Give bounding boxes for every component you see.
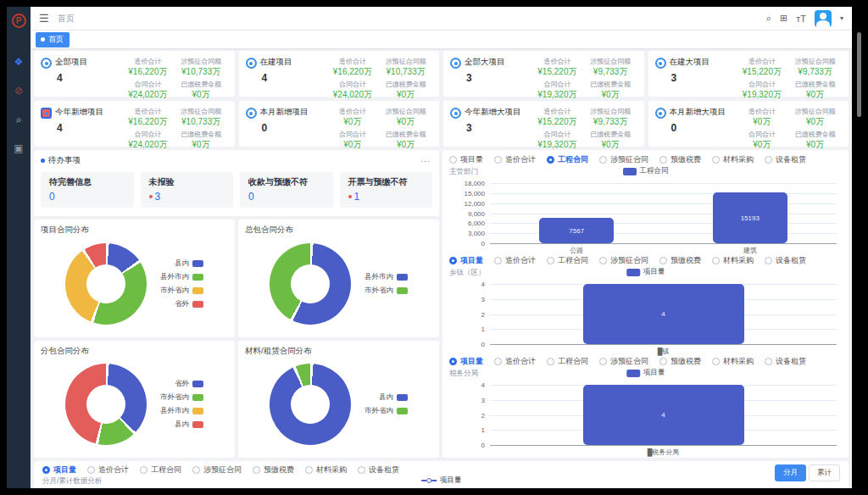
legend-item[interactable]: 市外省内 — [364, 286, 408, 296]
stat-card[interactable]: 本月新增大项目0造价合计¥0万涉预征合同额¥0万合同合计¥0万已缴税费金额¥0万 — [648, 101, 849, 147]
legend-item[interactable]: 县外市内 — [364, 272, 408, 282]
stat-metric-label: 涉预征合同额 — [584, 57, 637, 66]
legend-item[interactable]: 县内 — [160, 420, 203, 430]
donut-chart[interactable] — [270, 243, 351, 325]
sidebar-item-monitor-icon[interactable]: ⊘ — [14, 86, 23, 96]
bar-chart-legend[interactable]: 项目量 — [626, 267, 665, 277]
x-axis-label: 公路 — [570, 246, 583, 255]
radio-option-涉预征合同[interactable]: 涉预征合同 — [599, 356, 648, 367]
app-logo[interactable]: P — [12, 14, 26, 28]
more-icon[interactable]: ... — [420, 153, 431, 164]
fullscreen-icon[interactable]: ⊞ — [780, 13, 787, 24]
radio-option-设备租赁[interactable]: 设备租赁 — [765, 356, 806, 367]
bar[interactable]: 4 — [583, 385, 744, 445]
radio-option-设备租赁[interactable]: 设备租赁 — [765, 255, 806, 266]
todo-item[interactable]: 收款与预缴不符0 — [240, 172, 333, 208]
radio-option-工程合同[interactable]: 工程合同 — [547, 255, 588, 266]
todo-item[interactable]: 开票与预缴不符1 — [340, 172, 433, 208]
bar-chart-legend[interactable]: 项目量 — [626, 368, 665, 378]
todo-item[interactable]: 待完善信息0 — [41, 172, 134, 208]
radio-circle-icon — [599, 156, 607, 164]
radio-option-造价合计[interactable]: 造价合计 — [87, 464, 129, 476]
stat-card[interactable]: 今年新增大项目3造价合计¥15,220万涉预征合同额¥9,733万合同合计¥19… — [443, 101, 644, 147]
radio-option-预缴税费[interactable]: 预缴税费 — [253, 464, 294, 476]
radio-circle-icon — [599, 257, 607, 264]
chart-subtitle: 主管部门 — [449, 167, 478, 177]
donut-chart-title: 分包合同分布 — [41, 346, 228, 357]
legend-item[interactable]: 市外省内 — [364, 406, 408, 416]
legend-item[interactable]: 省外 — [160, 379, 203, 389]
toggle-button-累计[interactable]: 累计 — [809, 464, 840, 481]
radio-option-项目量[interactable]: 项目量 — [449, 356, 483, 367]
scrollbar-thumb[interactable] — [857, 32, 861, 117]
sidebar-item-report-icon[interactable]: ▣ — [14, 143, 23, 153]
radio-option-预缴税费[interactable]: 预缴税费 — [659, 356, 701, 367]
radio-option-涉预征合同[interactable]: 涉预征合同 — [192, 464, 242, 476]
radio-label: 工程合同 — [558, 356, 588, 367]
stat-metric-value: ¥16,220万 — [326, 66, 380, 78]
radio-option-项目量[interactable]: 项目量 — [449, 255, 483, 266]
radio-option-材料采购[interactable]: 材料采购 — [712, 255, 754, 266]
sidebar-item-dashboard-icon[interactable]: ❖ — [14, 57, 24, 67]
search-icon[interactable]: ⌕ — [766, 13, 771, 24]
stat-card-count: 3 — [466, 72, 527, 84]
stat-card[interactable]: 在建项目4造价合计¥16,220万涉预征合同额¥10,733万合同合计¥24,0… — [239, 51, 440, 97]
radio-option-工程合同[interactable]: 工程合同 — [547, 356, 588, 367]
sidebar-item-search-icon[interactable]: ⌕ — [16, 114, 22, 125]
avatar[interactable] — [815, 10, 832, 27]
radio-circle-icon — [547, 358, 554, 365]
legend-item[interactable]: 市外省内 — [160, 286, 203, 296]
chevron-down-icon[interactable]: ▾ — [840, 14, 843, 22]
radio-option-材料采购[interactable]: 材料采购 — [712, 356, 754, 367]
bar[interactable]: 15193 — [713, 192, 787, 243]
donut-chart[interactable] — [65, 243, 147, 325]
radio-option-造价合计[interactable]: 造价合计 — [494, 154, 536, 165]
bar-chart-block: 项目量造价合计工程合同涉预征合同预缴税费材料采购设备租赁主管部门工程合同18,0… — [449, 153, 842, 254]
radio-option-造价合计[interactable]: 造价合计 — [494, 356, 536, 367]
radio-option-设备租赁[interactable]: 设备租赁 — [358, 464, 399, 476]
font-size-icon[interactable]: тT — [796, 14, 806, 24]
radio-option-涉预征合同[interactable]: 涉预征合同 — [599, 255, 648, 266]
tab-home[interactable]: 首页 — [36, 32, 70, 47]
stat-metric-label: 涉预征合同额 — [379, 57, 432, 66]
collapse-sidebar-icon[interactable]: ☰ — [39, 12, 49, 25]
stat-metric: 合同合计¥24,020万 — [326, 80, 380, 101]
legend-swatch-icon — [623, 168, 637, 175]
bar-chart-legend[interactable]: 工程合同 — [623, 166, 669, 176]
radio-option-材料采购[interactable]: 材料采购 — [305, 464, 347, 476]
radio-option-涉预征合同[interactable]: 涉预征合同 — [599, 154, 648, 165]
stat-card[interactable]: 今年新增项目4造价合计¥16,220万涉预征合同额¥10,733万合同合计¥24… — [34, 101, 235, 147]
legend-item[interactable]: 县内 — [364, 392, 408, 403]
donut-chart[interactable] — [270, 364, 351, 445]
radio-option-项目量[interactable]: 项目量 — [42, 464, 76, 476]
donut-chart[interactable] — [65, 364, 147, 445]
radio-option-材料采购[interactable]: 材料采购 — [712, 154, 754, 165]
toggle-button-分月[interactable]: 分月 — [775, 464, 806, 481]
todo-item[interactable]: 未报验3 — [141, 172, 234, 208]
stat-card[interactable]: 本月新增项目0造价合计¥0万涉预征合同额¥0万合同合计¥0万已缴税费金额¥0万 — [239, 101, 440, 147]
legend-item[interactable]: 县内 — [160, 259, 203, 269]
radio-option-预缴税费[interactable]: 预缴税费 — [659, 255, 701, 266]
bar[interactable]: 4 — [583, 284, 744, 344]
stat-card[interactable]: 全部大项目3造价合计¥15,220万涉预征合同额¥9,733万合同合计¥19,3… — [443, 51, 644, 97]
bar[interactable]: 7567 — [539, 218, 614, 243]
radio-label: 项目量 — [460, 356, 483, 367]
donut-chart-title: 项目合同分布 — [41, 225, 228, 236]
radio-option-工程合同[interactable]: 工程合同 — [140, 464, 181, 476]
radio-option-设备租赁[interactable]: 设备租赁 — [765, 154, 806, 165]
radio-option-项目量[interactable]: 项目量 — [449, 154, 483, 165]
legend-item[interactable]: 省外 — [160, 299, 203, 309]
stat-card[interactable]: 在建大项目3造价合计¥15,220万涉预征合同额¥9,733万合同合计¥19,3… — [648, 51, 849, 97]
radio-option-预缴税费[interactable]: 预缴税费 — [659, 154, 701, 165]
legend-item[interactable]: 县外市内 — [160, 272, 203, 282]
radio-option-工程合同[interactable]: 工程合同 — [547, 154, 588, 165]
breadcrumb[interactable]: 首页 — [58, 13, 75, 25]
circled-dot-icon — [450, 108, 461, 119]
stat-metric: 合同合计¥19,320万 — [736, 80, 789, 101]
legend-item[interactable]: 市外省内 — [160, 392, 203, 403]
stat-card[interactable]: 全部项目4造价合计¥16,220万涉预征合同额¥10,733万合同合计¥24,0… — [34, 51, 235, 97]
radio-option-造价合计[interactable]: 造价合计 — [494, 255, 536, 266]
legend-item[interactable]: 县外市内 — [160, 406, 203, 416]
stat-metric-value: ¥0万 — [379, 89, 432, 101]
line-legend[interactable]: 项目量 — [421, 476, 462, 486]
